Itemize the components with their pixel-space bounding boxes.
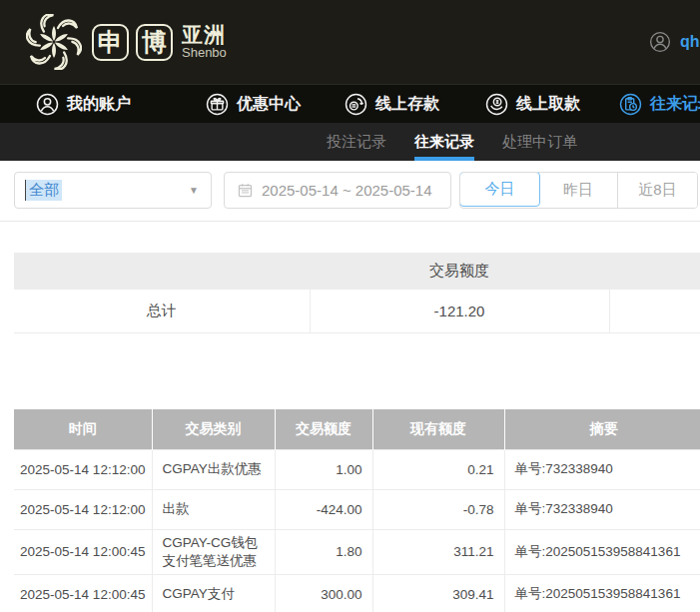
user-avatar-icon [649, 31, 671, 53]
cell-amount: -424.00 [275, 489, 372, 529]
summary-total-row: 总计 -121.20 [14, 290, 700, 332]
filter-section: 全部 ▼ 2025-05-14 ~ 2025-05-14 今日 昨日 近8日 [0, 161, 700, 222]
cell-amount: 1.00 [275, 449, 372, 489]
cell-type: 出款 [152, 489, 275, 529]
cell-type: CGPAY-CG钱包支付笔笔送优惠 [152, 529, 275, 574]
cell-time: 2025-05-14 12:00:45 [14, 529, 152, 574]
cell-amount: 1.80 [275, 529, 372, 574]
summary-total-value: -121.20 [310, 290, 609, 332]
summary-total-label: 总计 [14, 290, 310, 332]
logo-region-label: 亚洲 [182, 24, 227, 46]
cell-time: 2025-05-14 12:12:00 [14, 449, 152, 489]
nav-label: 线上存款 [375, 94, 439, 115]
nav-item-my-account[interactable]: 我的账户 [36, 85, 131, 124]
logo-char-shen: 申 [92, 24, 129, 61]
brand-logo[interactable]: 申 博 亚洲 Shenbo [26, 14, 227, 70]
summary-total-blank [609, 290, 700, 332]
nav-label: 我的账户 [67, 94, 131, 115]
cell-amount: 300.00 [275, 574, 372, 612]
record-tab-bar: 投注记录 往来记录 处理中订单 [0, 123, 700, 161]
quick-date-buttons: 今日 昨日 近8日 [459, 172, 698, 209]
summary-header-blank [609, 253, 700, 290]
col-header-type: 交易类别 [152, 409, 275, 449]
account-icon [36, 93, 59, 116]
summary-header-blank [14, 253, 310, 290]
cell-summary: 单号:732338940 [504, 449, 700, 489]
logo-latin-label: Shenbo [182, 46, 227, 60]
calendar-icon [237, 182, 254, 199]
chevron-down-icon: ▼ [189, 185, 199, 196]
withdraw-icon [485, 93, 508, 116]
cell-type: CGPAY支付 [152, 574, 275, 612]
transactions-header-row: 时间 交易类别 交易额度 现有额度 摘要 [14, 409, 700, 449]
cell-summary: 单号:202505153958841361 [504, 529, 700, 574]
transactions-table: 时间 交易类别 交易额度 现有额度 摘要 2025-05-14 12:12:00… [14, 409, 700, 612]
user-block[interactable]: qh [649, 0, 700, 84]
selected-type-value: 全部 [25, 180, 62, 201]
tab-transaction-records[interactable]: 往来记录 [414, 123, 474, 161]
col-header-time: 时间 [14, 409, 152, 449]
tab-label: 投注记录 [327, 133, 386, 152]
col-header-amount: 交易额度 [275, 409, 372, 449]
cell-type: CGPAY出款优惠 [152, 449, 275, 489]
logo-text: 亚洲 Shenbo [182, 24, 227, 60]
tab-label: 往来记录 [414, 133, 474, 152]
date-range-value: 2025-05-14 ~ 2025-05-14 [262, 182, 432, 199]
nav-label: 线上取款 [516, 94, 580, 115]
cell-summary: 单号:732338940 [504, 489, 700, 529]
nav-item-online-deposit[interactable]: 线上存款 [345, 85, 439, 124]
today-button[interactable]: 今日 [459, 172, 540, 207]
main-nav: 我的账户 优惠中心 线上存款 [0, 84, 700, 123]
cell-balance: 309.41 [372, 574, 504, 612]
table-row: 2025-05-14 12:12:00 出款 -424.00 -0.78 单号:… [14, 489, 700, 529]
page: 申 博 亚洲 Shenbo qh 我的账户 [0, 0, 700, 612]
summary-header-row: 交易额度 [14, 253, 700, 290]
date-range-input[interactable]: 2025-05-14 ~ 2025-05-14 [224, 172, 451, 209]
nav-item-promotions[interactable]: 优惠中心 [206, 85, 301, 124]
nav-item-online-withdraw[interactable]: 线上取款 [485, 85, 580, 124]
top-header: 申 博 亚洲 Shenbo qh [0, 0, 700, 84]
cell-summary: 单号:202505153958841361 [504, 574, 700, 612]
tab-betting-records[interactable]: 投注记录 [327, 123, 386, 161]
table-row: 2025-05-14 12:00:45 CGPAY支付 300.00 309.4… [14, 574, 700, 612]
yesterday-button[interactable]: 昨日 [539, 173, 618, 208]
nav-label: 往来记录 [650, 94, 700, 115]
col-header-summary: 摘要 [504, 409, 700, 449]
last-8-days-button[interactable]: 近8日 [618, 173, 697, 208]
transaction-type-select[interactable]: 全部 ▼ [14, 172, 212, 209]
records-icon [619, 93, 642, 116]
table-row: 2025-05-14 12:12:00 CGPAY出款优惠 1.00 0.21 … [14, 449, 700, 489]
summary-header-amount: 交易额度 [310, 253, 609, 290]
flower-logo-icon [26, 14, 82, 70]
tab-label: 处理中订单 [502, 133, 577, 152]
tab-pending-orders[interactable]: 处理中订单 [502, 123, 577, 161]
cell-time: 2025-05-14 12:12:00 [14, 489, 152, 529]
nav-item-transaction-records[interactable]: 往来记录 [619, 85, 700, 124]
username-label[interactable]: qh [680, 33, 700, 51]
logo-char-bo: 博 [136, 24, 173, 61]
cell-balance: -0.78 [372, 489, 504, 529]
cell-time: 2025-05-14 12:00:45 [14, 574, 152, 612]
deposit-icon [345, 93, 367, 116]
cell-balance: 0.21 [372, 449, 504, 489]
col-header-balance: 现有额度 [372, 409, 504, 449]
gift-icon [206, 93, 229, 116]
nav-label: 优惠中心 [237, 94, 301, 115]
table-row: 2025-05-14 12:00:45 CGPAY-CG钱包支付笔笔送优惠 1.… [14, 529, 700, 574]
cell-balance: 311.21 [372, 529, 504, 574]
summary-table: 交易额度 总计 -121.20 [14, 253, 700, 333]
